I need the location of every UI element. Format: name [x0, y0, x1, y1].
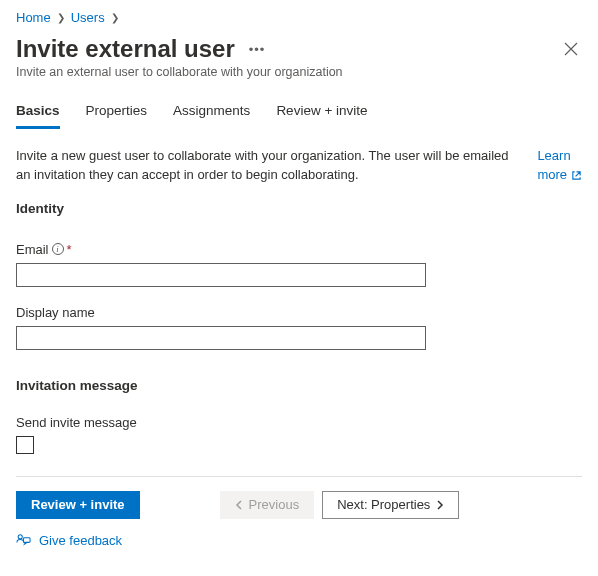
display-name-field[interactable]: [16, 326, 426, 350]
chevron-right-icon: ❯: [57, 12, 65, 23]
close-icon[interactable]: [560, 38, 582, 60]
breadcrumb-users[interactable]: Users: [71, 10, 105, 25]
breadcrumb: Home ❯ Users ❯: [16, 10, 582, 25]
previous-button: Previous: [220, 491, 315, 519]
chevron-right-icon: [436, 500, 444, 510]
give-feedback-link[interactable]: Give feedback: [16, 533, 582, 548]
required-indicator: *: [67, 242, 72, 257]
identity-heading: Identity: [16, 201, 582, 216]
divider: [16, 476, 582, 477]
page-subtitle: Invite an external user to collaborate w…: [16, 65, 582, 79]
next-properties-button[interactable]: Next: Properties: [322, 491, 459, 519]
send-invite-label: Send invite message: [16, 415, 582, 430]
learn-more-link[interactable]: Learn more: [537, 147, 582, 185]
intro-text: Invite a new guest user to collaborate w…: [16, 147, 521, 185]
page-title: Invite external user: [16, 35, 235, 63]
more-actions-icon[interactable]: •••: [249, 42, 266, 57]
tab-properties[interactable]: Properties: [86, 103, 148, 129]
info-icon[interactable]: i: [52, 243, 64, 255]
email-label: Email i *: [16, 242, 582, 257]
feedback-icon: [16, 533, 31, 548]
intro-row: Invite a new guest user to collaborate w…: [16, 147, 582, 185]
invitation-heading: Invitation message: [16, 378, 582, 393]
footer-buttons: Review + invite Previous Next: Propertie…: [16, 491, 582, 519]
tab-bar: Basics Properties Assignments Review + i…: [16, 103, 582, 129]
tab-assignments[interactable]: Assignments: [173, 103, 250, 129]
external-link-icon: [571, 170, 582, 181]
email-field[interactable]: [16, 263, 426, 287]
svg-point-0: [18, 534, 22, 538]
breadcrumb-home[interactable]: Home: [16, 10, 51, 25]
review-invite-button[interactable]: Review + invite: [16, 491, 140, 519]
display-name-label: Display name: [16, 305, 582, 320]
tab-basics[interactable]: Basics: [16, 103, 60, 129]
chevron-left-icon: [235, 500, 243, 510]
svg-rect-1: [24, 537, 31, 542]
chevron-right-icon: ❯: [111, 12, 119, 23]
tab-review-invite[interactable]: Review + invite: [276, 103, 367, 129]
send-invite-checkbox[interactable]: [16, 436, 34, 454]
page-header: Invite external user •••: [16, 35, 582, 63]
